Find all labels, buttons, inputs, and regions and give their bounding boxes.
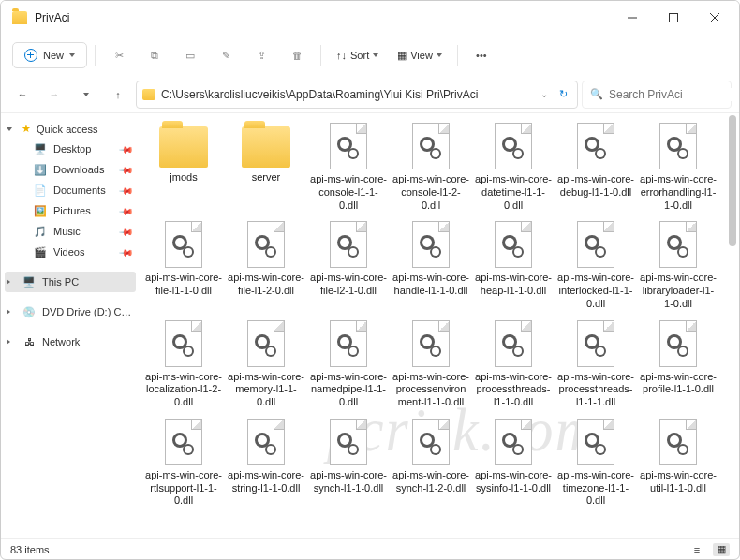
sidebar-item-videos[interactable]: 🎬Videos📌 xyxy=(5,242,136,262)
disc-icon: 💿 xyxy=(22,305,37,318)
file-item[interactable]: api-ms-win-core-datetime-l1-1-0.dll xyxy=(473,119,554,215)
chevron-right-icon xyxy=(7,339,10,345)
sidebar-item-desktop[interactable]: 🖥️Desktop📌 xyxy=(5,139,136,159)
file-item[interactable]: api-ms-win-core-interlocked-l1-1-0.dll xyxy=(555,217,636,314)
file-item[interactable]: api-ms-win-core-debug-l1-1-0.dll xyxy=(555,119,636,215)
share-button[interactable]: ⇪ xyxy=(245,41,277,69)
file-label: api-ms-win-core-console-l1-1-0.dll xyxy=(310,173,387,212)
minimize-button[interactable] xyxy=(612,3,653,33)
sidebar-item-pictures[interactable]: 🖼️Pictures📌 xyxy=(5,200,136,221)
file-item[interactable]: api-ms-win-core-file-l1-2-0.dll xyxy=(226,217,306,314)
file-label: api-ms-win-core-sysinfo-l1-1-0.dll xyxy=(475,469,552,495)
separator xyxy=(95,45,96,66)
dll-icon xyxy=(495,123,532,169)
music-icon: 🎵 xyxy=(33,225,48,238)
back-button[interactable]: ← xyxy=(8,81,37,109)
large-icons-view-button[interactable]: ▦ xyxy=(713,543,730,556)
file-item[interactable]: api-ms-win-core-namedpipe-l1-1-0.dll xyxy=(308,317,389,413)
address-input[interactable] xyxy=(161,88,535,101)
file-label: api-ms-win-core-file-l1-1-0.dll xyxy=(145,272,222,298)
file-item[interactable]: api-ms-win-core-processenvironment-l1-1-… xyxy=(391,317,471,413)
dll-icon xyxy=(247,221,285,268)
file-label: api-ms-win-core-synch-l1-2-0.dll xyxy=(392,469,469,495)
dll-icon xyxy=(577,320,614,367)
file-grid: jmodsserverapi-ms-win-core-console-l1-1-… xyxy=(143,119,735,511)
sidebar-item-label: Music xyxy=(53,226,81,237)
dll-icon xyxy=(659,419,697,465)
details-view-button[interactable]: ≡ xyxy=(688,543,705,556)
file-item[interactable]: api-ms-win-core-timezone-l1-1-0.dll xyxy=(555,415,636,511)
delete-button[interactable]: 🗑 xyxy=(281,41,313,69)
dll-icon xyxy=(412,419,450,465)
file-item[interactable]: api-ms-win-core-memory-l1-1-0.dll xyxy=(226,317,306,413)
sidebar-item-documents[interactable]: 📄Documents📌 xyxy=(5,180,136,200)
file-item[interactable]: api-ms-win-core-processthreads-l1-1-1.dl… xyxy=(555,317,636,413)
dll-icon xyxy=(659,221,697,268)
file-item[interactable]: api-ms-win-core-localization-l1-2-0.dll xyxy=(143,317,224,413)
view-button[interactable]: ▦ View xyxy=(390,50,450,62)
paste-button[interactable]: ▭ xyxy=(174,41,206,69)
maximize-button[interactable] xyxy=(653,3,694,33)
close-button[interactable] xyxy=(694,3,735,33)
file-label: api-ms-win-core-libraryloader-l1-1-0.dll xyxy=(640,272,717,310)
toolbar: New ✂ ⧉ ▭ ✎ ⇪ 🗑 ↑↓ Sort ▦ View ••• xyxy=(1,35,739,76)
dll-icon xyxy=(495,320,532,367)
file-label: api-ms-win-core-rtlsupport-l1-1-0.dll xyxy=(145,469,222,508)
scrollbar[interactable] xyxy=(729,113,736,538)
file-item[interactable]: api-ms-win-core-profile-l1-1-0.dll xyxy=(638,317,718,413)
file-item[interactable]: api-ms-win-core-errorhandling-l1-1-0.dll xyxy=(638,119,718,215)
file-pane[interactable]: pcrisk.com jmodsserverapi-ms-win-core-co… xyxy=(140,113,739,538)
file-item[interactable]: api-ms-win-core-processthreads-l1-1-0.dl… xyxy=(473,317,554,413)
more-button[interactable]: ••• xyxy=(466,41,497,69)
dll-icon xyxy=(330,221,367,268)
sidebar-this-pc[interactable]: 🖥️ This PC xyxy=(5,272,136,292)
window-title: PrivAci xyxy=(35,11,612,24)
status-bar: 83 items ≡ ▦ xyxy=(1,538,739,559)
recent-button[interactable] xyxy=(72,81,100,109)
file-label: api-ms-win-core-processthreads-l1-1-0.dl… xyxy=(475,371,552,409)
file-item[interactable]: api-ms-win-core-util-l1-1-0.dll xyxy=(638,415,718,511)
file-label: api-ms-win-core-profile-l1-1-0.dll xyxy=(640,371,717,397)
dll-icon xyxy=(165,221,202,268)
sidebar-item-downloads[interactable]: ⬇️Downloads📌 xyxy=(5,159,136,180)
chevron-down-icon[interactable]: ⌄ xyxy=(540,89,550,99)
sort-button[interactable]: ↑↓ Sort xyxy=(329,50,386,61)
sidebar-dvd[interactable]: 💿 DVD Drive (D:) CCCC xyxy=(5,302,136,322)
file-item[interactable]: api-ms-win-core-console-l1-1-0.dll xyxy=(308,119,389,215)
search-input[interactable] xyxy=(609,88,740,101)
file-item[interactable]: api-ms-win-core-synch-l1-2-0.dll xyxy=(391,415,471,511)
forward-button[interactable]: → xyxy=(40,81,68,109)
sidebar-item-music[interactable]: 🎵Music📌 xyxy=(5,221,136,242)
file-item[interactable]: api-ms-win-core-rtlsupport-l1-1-0.dll xyxy=(143,415,224,511)
rename-button[interactable]: ✎ xyxy=(210,41,242,69)
file-item[interactable]: api-ms-win-core-libraryloader-l1-1-0.dll xyxy=(638,217,718,314)
body: ★ Quick access 🖥️Desktop📌⬇️Downloads📌📄Do… xyxy=(1,113,739,538)
file-item[interactable]: api-ms-win-core-heap-l1-1-0.dll xyxy=(473,217,554,314)
folder-item[interactable]: server xyxy=(226,119,306,215)
file-label: api-ms-win-core-file-l2-1-0.dll xyxy=(310,272,387,298)
dll-icon xyxy=(412,123,450,169)
new-button[interactable]: New xyxy=(12,42,87,68)
file-item[interactable]: api-ms-win-core-handle-l1-1-0.dll xyxy=(391,217,471,314)
sidebar-network[interactable]: 🖧 Network xyxy=(5,332,136,352)
cut-button[interactable]: ✂ xyxy=(103,41,135,69)
scrollbar-thumb[interactable] xyxy=(729,115,736,246)
copy-button[interactable]: ⧉ xyxy=(139,41,170,69)
sidebar-item-label: Downloads xyxy=(53,164,104,175)
address-bar[interactable]: ⌄ ↻ xyxy=(136,81,578,109)
up-button[interactable]: ↑ xyxy=(104,81,132,109)
file-item[interactable]: api-ms-win-core-file-l1-1-0.dll xyxy=(143,217,224,314)
dll-icon xyxy=(577,221,614,268)
file-item[interactable]: api-ms-win-core-file-l2-1-0.dll xyxy=(308,217,389,314)
chevron-down-icon xyxy=(83,93,89,96)
sidebar-quick-access[interactable]: ★ Quick access xyxy=(5,119,136,139)
file-label: api-ms-win-core-processthreads-l1-1-1.dl… xyxy=(557,371,634,409)
refresh-button[interactable]: ↻ xyxy=(555,88,571,100)
file-item[interactable]: api-ms-win-core-sysinfo-l1-1-0.dll xyxy=(473,415,554,511)
view-icon: ▦ xyxy=(397,50,407,62)
search-box[interactable]: 🔍 xyxy=(582,81,732,109)
folder-item[interactable]: jmods xyxy=(143,119,224,215)
file-item[interactable]: api-ms-win-core-console-l1-2-0.dll xyxy=(391,119,471,215)
file-item[interactable]: api-ms-win-core-synch-l1-1-0.dll xyxy=(308,415,389,511)
file-item[interactable]: api-ms-win-core-string-l1-1-0.dll xyxy=(226,415,306,511)
